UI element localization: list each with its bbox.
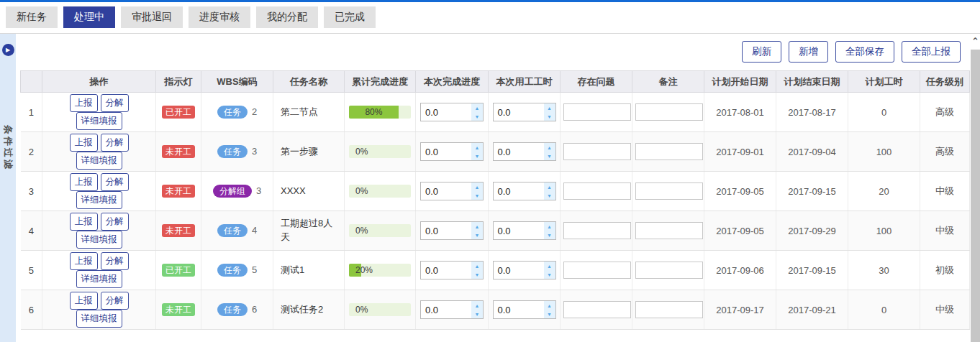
spinner-down-icon[interactable]: ▼	[544, 270, 555, 279]
spinner-up-icon[interactable]: ▲	[544, 143, 555, 152]
work-hours-input[interactable]: 0.0▲▼	[493, 142, 556, 161]
spinner-down-icon[interactable]: ▼	[544, 191, 555, 200]
scroll-up-button[interactable]: ⌃	[971, 34, 980, 48]
spinner-up-icon[interactable]: ▲	[544, 182, 555, 191]
current-progress-input[interactable]: 0.0▲▼	[420, 182, 484, 200]
spinner-up-icon[interactable]: ▲	[544, 103, 555, 112]
spinner-arrows[interactable]: ▲▼	[544, 262, 555, 279]
issue-input[interactable]	[563, 222, 631, 239]
spinner-down-icon[interactable]: ▼	[471, 191, 483, 200]
work-hours-input[interactable]: 0.0▲▼	[493, 221, 556, 240]
spinner-arrows[interactable]: ▲▼	[544, 143, 555, 160]
row-button-上报[interactable]: 上报	[70, 292, 98, 310]
spinner-down-icon[interactable]: ▼	[544, 310, 555, 318]
vertical-scrollbar[interactable]: ⌃	[971, 34, 980, 342]
current-progress-input[interactable]: 0.0▲▼	[420, 142, 484, 161]
issue-input[interactable]	[563, 103, 631, 121]
spinner-down-icon[interactable]: ▼	[471, 310, 483, 318]
tab-处理中[interactable]: 处理中	[63, 6, 115, 28]
tab-进度审核[interactable]: 进度审核	[189, 6, 250, 28]
spinner-down-icon[interactable]: ▼	[471, 231, 483, 239]
row-button-详细填报[interactable]: 详细填报	[76, 112, 122, 130]
toolbar-button-全部上报[interactable]: 全部上报	[902, 41, 961, 63]
row-button-分解[interactable]: 分解	[101, 173, 129, 191]
tab-已完成[interactable]: 已完成	[324, 6, 376, 28]
toolbar-button-刷新[interactable]: 刷新	[742, 41, 781, 63]
row-button-详细填报[interactable]: 详细填报	[76, 191, 122, 209]
spinner-arrows[interactable]: ▲▼	[544, 182, 555, 200]
work-hours-input[interactable]: 0.0▲▼	[493, 261, 556, 279]
work-hours-input[interactable]: 0.0▲▼	[493, 182, 556, 200]
note-input[interactable]	[635, 103, 703, 121]
spinner-down-icon[interactable]: ▼	[471, 112, 483, 121]
work-hours-input-value: 0.0	[494, 222, 544, 239]
spinner-down-icon[interactable]: ▼	[471, 152, 483, 160]
note-input[interactable]	[635, 301, 703, 318]
row-button-详细填报[interactable]: 详细填报	[76, 270, 122, 288]
expand-sidebar-button[interactable]: ▶	[2, 44, 14, 56]
sidebar-vertical-label[interactable]: 条件过滤	[1, 125, 14, 171]
row-button-详细填报[interactable]: 详细填报	[76, 231, 122, 249]
column-header-本次用工工时: 本次用工工时	[489, 71, 561, 93]
spinner-up-icon[interactable]: ▲	[544, 262, 555, 270]
note-input[interactable]	[635, 222, 703, 239]
row-button-分解[interactable]: 分解	[101, 94, 129, 112]
indicator-cell: 未开工	[156, 211, 201, 251]
spinner-arrows[interactable]: ▲▼	[471, 143, 483, 160]
row-button-分解[interactable]: 分解	[101, 292, 129, 310]
tab-我的分配[interactable]: 我的分配	[256, 6, 318, 28]
note-input[interactable]	[635, 143, 703, 160]
row-button-详细填报[interactable]: 详细填报	[76, 152, 122, 170]
row-button-分解[interactable]: 分解	[101, 134, 129, 152]
row-button-详细填报[interactable]: 详细填报	[76, 310, 122, 328]
toolbar-button-新增[interactable]: 新增	[789, 41, 828, 63]
row-button-上报[interactable]: 上报	[70, 94, 98, 112]
column-header-计划结束日期: 计划结束日期	[776, 71, 848, 93]
spinner-arrows[interactable]: ▲▼	[544, 103, 555, 121]
spinner-up-icon[interactable]: ▲	[471, 301, 483, 310]
work-hours-input[interactable]: 0.0▲▼	[493, 300, 556, 319]
spinner-arrows[interactable]: ▲▼	[471, 182, 483, 200]
row-button-上报[interactable]: 上报	[70, 134, 98, 152]
row-button-上报[interactable]: 上报	[70, 213, 98, 231]
note-input[interactable]	[635, 182, 703, 200]
spinner-up-icon[interactable]: ▲	[544, 301, 555, 310]
spinner-down-icon[interactable]: ▼	[471, 270, 483, 279]
issue-input[interactable]	[563, 262, 631, 279]
current-progress-input[interactable]: 0.0▲▼	[420, 103, 484, 121]
row-button-分解[interactable]: 分解	[101, 252, 129, 270]
spinner-down-icon[interactable]: ▼	[544, 152, 555, 160]
plan-start-date: 2017-09-01	[704, 132, 776, 172]
progress-label: 0%	[355, 305, 368, 315]
spinner-up-icon[interactable]: ▲	[471, 143, 483, 152]
status-badge: 未开工	[162, 185, 195, 198]
spinner-up-icon[interactable]: ▲	[471, 182, 483, 191]
issue-input[interactable]	[563, 301, 631, 318]
spinner-down-icon[interactable]: ▼	[544, 231, 555, 239]
toolbar-button-全部保存[interactable]: 全部保存	[835, 41, 894, 63]
row-button-分解[interactable]: 分解	[101, 213, 129, 231]
spinner-up-icon[interactable]: ▲	[471, 262, 483, 270]
current-progress-input[interactable]: 0.0▲▼	[420, 261, 484, 279]
issue-input[interactable]	[563, 143, 631, 160]
spinner-up-icon[interactable]: ▲	[471, 222, 483, 231]
current-progress-input[interactable]: 0.0▲▼	[420, 221, 484, 240]
tab-新任务[interactable]: 新任务	[6, 6, 58, 28]
issue-input[interactable]	[563, 182, 631, 200]
scrollbar-thumb[interactable]	[971, 50, 980, 342]
work-hours-input[interactable]: 0.0▲▼	[493, 103, 556, 121]
spinner-down-icon[interactable]: ▼	[544, 112, 555, 121]
spinner-arrows[interactable]: ▲▼	[544, 301, 555, 318]
current-progress-input[interactable]: 0.0▲▼	[420, 300, 484, 319]
spinner-arrows[interactable]: ▲▼	[471, 103, 483, 121]
spinner-up-icon[interactable]: ▲	[471, 103, 483, 112]
spinner-up-icon[interactable]: ▲	[544, 222, 555, 231]
spinner-arrows[interactable]: ▲▼	[544, 222, 555, 239]
spinner-arrows[interactable]: ▲▼	[471, 262, 483, 279]
spinner-arrows[interactable]: ▲▼	[471, 222, 483, 239]
row-button-上报[interactable]: 上报	[70, 252, 98, 270]
row-button-上报[interactable]: 上报	[70, 173, 98, 191]
spinner-arrows[interactable]: ▲▼	[471, 301, 483, 318]
note-input[interactable]	[635, 262, 703, 279]
tab-审批退回[interactable]: 审批退回	[121, 6, 183, 28]
